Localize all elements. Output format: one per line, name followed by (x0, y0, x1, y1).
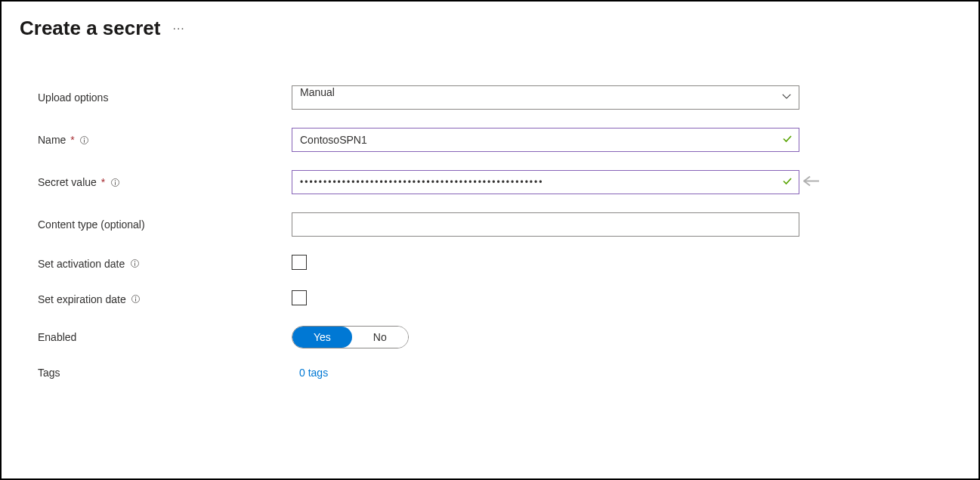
svg-point-10 (135, 296, 136, 297)
page-title: Create a secret (20, 17, 160, 40)
info-icon[interactable] (131, 294, 141, 305)
upload-options-select[interactable]: Manual (292, 85, 799, 110)
svg-point-1 (84, 138, 85, 138)
activation-date-label: Set activation date (38, 258, 292, 270)
expiration-date-checkbox[interactable] (292, 290, 307, 305)
svg-point-4 (115, 180, 116, 181)
enabled-toggle[interactable]: Yes No (292, 326, 409, 348)
enabled-yes-button[interactable]: Yes (292, 327, 352, 348)
info-icon[interactable] (129, 259, 140, 269)
activation-date-checkbox[interactable] (292, 255, 307, 270)
enabled-label: Enabled (38, 331, 292, 343)
secret-value-label: Secret value * (38, 176, 292, 188)
info-icon[interactable] (110, 177, 120, 187)
tags-label: Tags (38, 367, 292, 379)
arrow-left-icon (802, 175, 821, 190)
upload-options-label: Upload options (38, 91, 292, 104)
content-type-label: Content type (optional) (38, 218, 292, 231)
info-icon[interactable] (79, 135, 90, 145)
svg-rect-11 (135, 299, 136, 302)
svg-rect-5 (115, 181, 116, 184)
expiration-date-label: Set expiration date (38, 293, 292, 305)
svg-rect-8 (134, 263, 135, 266)
name-input[interactable] (292, 128, 799, 152)
secret-value-input[interactable] (292, 170, 799, 194)
enabled-no-button[interactable]: No (352, 327, 408, 348)
tags-link[interactable]: 0 tags (292, 367, 328, 379)
more-actions-icon[interactable]: ··· (172, 22, 184, 36)
name-label: Name * (38, 134, 292, 146)
svg-point-7 (134, 261, 134, 262)
svg-rect-2 (84, 139, 85, 142)
content-type-input[interactable] (292, 212, 799, 237)
required-star-icon: * (101, 176, 105, 188)
required-star-icon: * (70, 134, 74, 146)
